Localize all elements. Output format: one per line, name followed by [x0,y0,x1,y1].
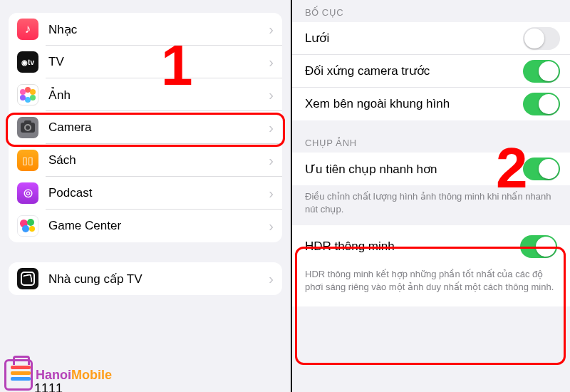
settings-row-podcast[interactable]: ⊚ Podcast › [9,177,282,210]
row-label: Nhạc [48,22,269,37]
row-view-outside-frame[interactable]: Xem bên ngoài khung hình [292,88,570,120]
row-label: Lưới [305,31,523,46]
watermark-icon [4,359,33,391]
chevron-right-icon: › [269,120,274,136]
row-label: HDR thông minh [305,239,395,254]
row-label: Sách [48,153,269,167]
partial-row-text: 1111 [34,381,63,392]
row-mirror-front[interactable]: Đối xứng camera trước [292,55,570,88]
tv-provider-icon [17,268,38,289]
toggle-grid[interactable] [523,27,560,50]
camera-settings: BỐ CỤC Lưới Đối xứng camera trước Xem bê… [292,0,570,392]
photos-icon [17,84,38,105]
chevron-right-icon: › [269,153,274,169]
tv-icon: ◉tv [17,51,38,73]
settings-row-gamecenter[interactable]: Game Center › [9,210,282,242]
chevron-right-icon: › [269,218,274,234]
row-label: Nhà cung cấp TV [48,272,269,287]
footer-smart-hdr: HDR thông minh kết hợp những phần tốt nh… [292,261,570,306]
row-label: TV [48,55,269,69]
settings-row-books[interactable]: ▯▯ Sách › [9,144,282,177]
settings-row-photos[interactable]: Ảnh › [9,78,282,111]
settings-row-tv[interactable]: ◉tv TV › [9,46,282,78]
settings-row-music[interactable]: ♪ Nhạc › [9,13,282,46]
row-prioritize-faster[interactable]: Ưu tiên chụp nhanh hơn [292,153,570,185]
footer-prioritize: Điều chỉnh chất lượng hình ảnh thông min… [292,185,570,225]
books-icon: ▯▯ [17,150,38,171]
capture-group: Ưu tiên chụp nhanh hơn [292,153,570,185]
toggle-smart-hdr[interactable] [520,235,557,258]
row-label: Đối xứng camera trước [305,63,523,78]
gamecenter-icon [17,215,38,237]
settings-app-list: ♪ Nhạc › ◉tv TV › Ảnh › [0,0,292,392]
layout-group: Lưới Đối xứng camera trước Xem bên ngoài… [292,22,570,120]
row-smart-hdr[interactable]: HDR thông minh [292,225,570,261]
music-icon: ♪ [17,19,38,40]
toggle-prioritize-faster[interactable] [523,158,560,180]
camera-icon [17,117,38,138]
toggle-mirror-front[interactable] [523,60,560,83]
settings-group-media: ♪ Nhạc › ◉tv TV › Ảnh › [9,13,282,242]
row-label: Ảnh [48,88,269,103]
row-label: Ưu tiên chụp nhanh hơn [305,162,523,177]
row-label: Xem bên ngoài khung hình [305,97,523,111]
chevron-right-icon: › [269,21,274,38]
section-header-layout: BỐ CỤC [292,0,570,22]
row-label: Camera [48,120,269,135]
settings-row-camera[interactable]: Camera › [9,111,282,144]
chevron-right-icon: › [269,87,274,103]
row-grid[interactable]: Lưới [292,22,570,55]
chevron-right-icon: › [269,185,274,202]
row-label: Podcast [48,186,269,200]
section-header-capture: CHỤP ẢNH [292,120,570,153]
settings-row-tv-provider[interactable]: Nhà cung cấp TV › [9,262,282,295]
toggle-view-outside-frame[interactable] [523,93,560,115]
settings-group-provider: Nhà cung cấp TV › [9,262,282,295]
chevron-right-icon: › [269,271,274,287]
podcast-icon: ⊚ [17,182,38,204]
chevron-right-icon: › [269,54,274,71]
row-label: Game Center [48,219,269,233]
